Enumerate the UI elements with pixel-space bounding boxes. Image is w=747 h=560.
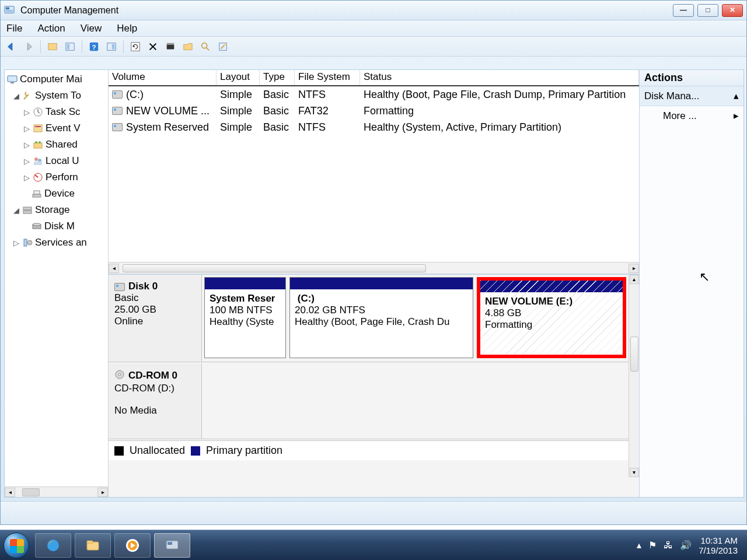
- partition-header: [290, 278, 473, 289]
- tray-clock[interactable]: 10:31 AM 7/19/2013: [699, 536, 738, 555]
- svg-rect-41: [87, 541, 93, 543]
- svg-rect-35: [24, 239, 27, 246]
- menu-help[interactable]: Help: [117, 23, 137, 34]
- navigation-tree[interactable]: Computer Mai ◢ System To ▷ Task Sc ▷ Eve…: [5, 70, 109, 497]
- tray-volume-icon[interactable]: 🔊: [680, 540, 692, 551]
- taskbar-media-player[interactable]: [114, 533, 151, 558]
- device-icon: [32, 188, 42, 199]
- tree-task-scheduler[interactable]: ▷ Task Sc: [6, 104, 108, 120]
- scroll-left-arrow[interactable]: ◂: [109, 264, 119, 273]
- open-icon[interactable]: [181, 40, 195, 54]
- partition-c[interactable]: (C:) 20.02 GB NTFS Healthy (Boot, Page F…: [289, 277, 473, 358]
- svg-text:?: ?: [92, 43, 96, 50]
- tree-local-users[interactable]: ▷ Local U: [6, 153, 108, 169]
- tree-root[interactable]: Computer Mai: [6, 71, 108, 88]
- tree-event-viewer[interactable]: ▷ Event V: [6, 120, 108, 136]
- maximize-button[interactable]: □: [697, 4, 718, 17]
- svg-line-14: [207, 47, 210, 50]
- tray-up-icon[interactable]: ▴: [637, 540, 641, 551]
- cdrom-row[interactable]: CD-ROM 0 CD-ROM (D:) No Media: [109, 363, 629, 439]
- actions-header: Actions: [640, 70, 743, 86]
- expand-icon[interactable]: ▷: [13, 239, 20, 247]
- center-pane: Volume Layout Type File System Status (C…: [109, 70, 640, 497]
- svg-rect-29: [33, 194, 41, 197]
- minimize-button[interactable]: —: [673, 4, 694, 17]
- scroll-right-arrow[interactable]: ▸: [97, 488, 108, 497]
- expand-icon[interactable]: ▷: [23, 157, 30, 166]
- action-more[interactable]: More ... ▸: [640, 106, 743, 125]
- scroll-down-arrow[interactable]: ▾: [630, 468, 639, 477]
- menu-view[interactable]: View: [81, 23, 102, 34]
- volume-list[interactable]: (C:) Simple Basic NTFS Healthy (Boot, Pa…: [109, 86, 639, 135]
- scroll-thumb[interactable]: [22, 488, 40, 496]
- scroll-thumb[interactable]: [630, 337, 638, 372]
- help-button[interactable]: ?: [87, 40, 101, 54]
- volume-row[interactable]: System Reserved Simple Basic NTFS Health…: [109, 119, 639, 135]
- menu-file[interactable]: File: [6, 23, 22, 34]
- volume-list-header[interactable]: Volume Layout Type File System Status: [109, 70, 639, 86]
- expand-icon[interactable]: ▷: [23, 108, 30, 117]
- taskbar-computer-management[interactable]: [154, 533, 190, 558]
- volume-horizontal-scrollbar[interactable]: ◂ ▸: [109, 262, 639, 274]
- col-layout[interactable]: Layout: [217, 70, 260, 85]
- expand-icon[interactable]: ▷: [23, 141, 30, 149]
- window-controls: — □ ✕: [673, 4, 743, 17]
- back-button[interactable]: [4, 40, 18, 54]
- tree-storage[interactable]: ◢ Storage: [6, 202, 108, 218]
- taskbar[interactable]: ▴ ⚑ 🖧 🔊 10:31 AM 7/19/2013: [0, 530, 747, 560]
- svg-rect-11: [167, 44, 174, 49]
- col-type[interactable]: Type: [260, 70, 295, 85]
- action-pane-button[interactable]: [104, 40, 118, 54]
- scroll-up-arrow[interactable]: ▴: [630, 275, 639, 284]
- tree-device-manager[interactable]: Device: [6, 186, 108, 202]
- collapse-icon[interactable]: ◢: [13, 206, 20, 215]
- expand-icon[interactable]: ▷: [23, 173, 30, 182]
- performance-icon: [33, 172, 43, 183]
- close-button[interactable]: ✕: [722, 4, 743, 17]
- cdrom-label[interactable]: CD-ROM 0 CD-ROM (D:) No Media: [109, 363, 202, 439]
- start-button[interactable]: [4, 533, 29, 558]
- graphical-vertical-scrollbar[interactable]: ▴ ▾: [629, 275, 639, 477]
- scroll-left-arrow[interactable]: ◂: [5, 488, 15, 497]
- taskbar-ie[interactable]: [35, 533, 71, 558]
- delete-button[interactable]: [146, 40, 160, 54]
- action-disk-management[interactable]: Disk Mana... ▴: [640, 86, 743, 106]
- system-tray[interactable]: ▴ ⚑ 🖧 🔊 10:31 AM 7/19/2013: [637, 536, 743, 555]
- wizard-icon[interactable]: [216, 40, 230, 54]
- tray-flag-icon[interactable]: ⚑: [648, 540, 657, 551]
- svg-point-38: [118, 373, 121, 376]
- scroll-right-arrow[interactable]: ▸: [629, 264, 639, 273]
- disk-graphical-view: Disk 0 Basic 25.00 GB Online System Rese…: [109, 274, 639, 497]
- refresh-button[interactable]: [128, 40, 142, 54]
- tree-disk-management[interactable]: Disk M: [6, 218, 108, 235]
- tree-system-tools[interactable]: ◢ System To: [6, 88, 108, 104]
- tray-network-icon[interactable]: 🖧: [664, 540, 673, 551]
- tree-horizontal-scrollbar[interactable]: ◂ ▸: [5, 487, 108, 497]
- tree-performance[interactable]: ▷ Perforn: [6, 169, 108, 186]
- tree-shared-folders[interactable]: ▷ Shared: [6, 136, 108, 153]
- col-volume[interactable]: Volume: [109, 70, 217, 85]
- legend-label-primary: Primary partition: [206, 444, 282, 457]
- disk-0-row[interactable]: Disk 0 Basic 25.00 GB Online System Rese…: [109, 275, 629, 362]
- tree-services[interactable]: ▷ Services an: [6, 235, 108, 251]
- collapse-icon[interactable]: ◢: [13, 92, 20, 100]
- col-status[interactable]: Status: [360, 70, 639, 85]
- volume-row[interactable]: NEW VOLUME ... Simple Basic FAT32 Format…: [109, 103, 639, 119]
- scroll-thumb[interactable]: [123, 264, 426, 272]
- taskbar-explorer[interactable]: [75, 533, 111, 558]
- settings-icon[interactable]: [163, 40, 177, 54]
- find-icon[interactable]: [198, 40, 212, 54]
- volume-row[interactable]: (C:) Simple Basic NTFS Healthy (Boot, Pa…: [109, 86, 639, 103]
- properties-button[interactable]: [63, 40, 77, 54]
- disk-0-label[interactable]: Disk 0 Basic 25.00 GB Online: [109, 275, 202, 362]
- main-window: Computer Management — □ ✕ File Action Vi…: [0, 0, 747, 525]
- event-icon: [33, 123, 43, 134]
- col-filesystem[interactable]: File System: [295, 70, 360, 85]
- titlebar[interactable]: Computer Management — □ ✕: [1, 1, 746, 20]
- forward-button[interactable]: [22, 40, 36, 54]
- expand-icon[interactable]: ▷: [23, 124, 30, 133]
- partition-e-highlighted[interactable]: NEW VOLUME (E:) 4.88 GB Formatting: [477, 277, 626, 358]
- partition-system-reserved[interactable]: System Reser 100 MB NTFS Healthy (Syste: [204, 277, 286, 358]
- menu-action[interactable]: Action: [37, 23, 65, 34]
- show-hide-tree-button[interactable]: [46, 40, 60, 54]
